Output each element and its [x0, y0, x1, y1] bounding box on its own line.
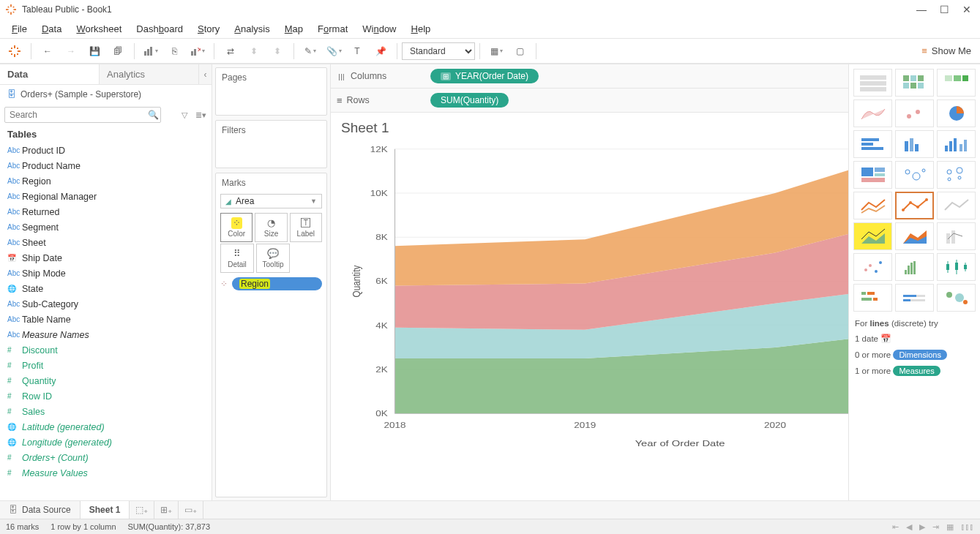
clear-button[interactable]: ✕: [187, 40, 209, 62]
data-source-tab[interactable]: 🗄Data Source: [0, 501, 81, 519]
new-datasource-button[interactable]: 🗐: [107, 40, 129, 62]
menu-story[interactable]: Story: [192, 22, 225, 36]
menu-dashboard[interactable]: Dashboard: [130, 22, 189, 36]
menu-data[interactable]: Data: [36, 22, 67, 36]
columns-pill-year[interactable]: ⊞YEAR(Order Date): [430, 69, 539, 83]
showme-thumbnail[interactable]: [853, 99, 892, 127]
search-input[interactable]: [4, 107, 161, 123]
field-item[interactable]: AbcSub-Category: [0, 296, 201, 312]
nav-first-icon[interactable]: ⇤: [892, 522, 899, 532]
field-item[interactable]: #Orders+ (Count): [0, 450, 201, 465]
showme-thumbnail[interactable]: [853, 253, 892, 281]
showme-thumbnail[interactable]: [895, 253, 934, 281]
showme-thumbnail[interactable]: [853, 161, 892, 189]
showme-thumbnail[interactable]: [937, 192, 976, 219]
field-item[interactable]: #Measure Values: [0, 465, 201, 481]
detail-button[interactable]: ⠿Detail: [220, 244, 254, 273]
collapse-pane-icon[interactable]: ‹: [198, 64, 212, 84]
color-button[interactable]: ⁘Color: [220, 213, 253, 242]
tooltip-button[interactable]: 💬Tooltip: [256, 244, 290, 273]
showme-thumbnail[interactable]: [937, 99, 976, 127]
field-item[interactable]: #Discount: [0, 342, 201, 358]
sheet1-tab[interactable]: Sheet 1: [81, 501, 130, 519]
color-region-pill[interactable]: ⁘ Region: [220, 277, 322, 290]
nav-last-icon[interactable]: ⇥: [932, 522, 939, 532]
menu-worksheet[interactable]: Worksheet: [70, 22, 127, 36]
menu-window[interactable]: Window: [356, 22, 402, 36]
showme-thumbnail[interactable]: [853, 222, 892, 250]
field-item[interactable]: 🌐Longitude (generated): [0, 435, 201, 450]
minimize-icon[interactable]: —: [916, 4, 927, 15]
field-item[interactable]: AbcRegional Manager: [0, 189, 201, 204]
datasource-row[interactable]: 🗄 Orders+ (Sample - Superstore): [0, 85, 212, 104]
save-button[interactable]: 💾: [83, 40, 105, 62]
new-dashboard-tab[interactable]: ⊞₊: [154, 501, 179, 519]
showme-thumbnail[interactable]: [853, 192, 892, 219]
field-item[interactable]: AbcRegion: [0, 173, 201, 189]
field-item[interactable]: 🌐Latitude (generated): [0, 419, 201, 435]
field-item[interactable]: #Row ID: [0, 388, 201, 404]
menu-format[interactable]: Format: [312, 22, 354, 36]
maximize-icon[interactable]: ☐: [940, 4, 949, 15]
presentation-button[interactable]: ▢: [509, 40, 531, 62]
back-button[interactable]: ←: [37, 40, 59, 62]
showme-thumbnail[interactable]: [937, 222, 976, 250]
label-button[interactable]: 🅃Label: [290, 213, 322, 242]
field-item[interactable]: #Profit: [0, 358, 201, 373]
duplicate-button[interactable]: ⎘: [163, 40, 185, 62]
showme-thumbnail[interactable]: [937, 253, 976, 281]
rows-pill-sum-quantity[interactable]: SUM(Quantity): [430, 93, 509, 108]
field-item[interactable]: AbcSegment: [0, 219, 201, 235]
showme-thumbnail[interactable]: [895, 284, 934, 312]
new-worksheet-button[interactable]: [140, 40, 162, 62]
field-item[interactable]: 📅Ship Date: [0, 250, 201, 266]
pages-shelf[interactable]: Pages: [215, 67, 327, 116]
menu-map[interactable]: Map: [279, 22, 309, 36]
highlight-button[interactable]: ✎: [299, 40, 321, 62]
close-icon[interactable]: ✕: [962, 4, 971, 15]
showme-thumbnail[interactable]: [895, 192, 934, 219]
new-story-tab[interactable]: ▭₊: [179, 501, 203, 519]
pin-button[interactable]: 📌: [370, 40, 392, 62]
filter-icon[interactable]: ▽: [178, 108, 191, 121]
show-labels-button[interactable]: T: [346, 40, 368, 62]
showme-thumbnail[interactable]: [895, 130, 934, 158]
grid-view-icon[interactable]: ▦: [946, 522, 954, 532]
filters-shelf[interactable]: Filters: [215, 120, 327, 168]
fit-dropdown[interactable]: Standard: [402, 42, 475, 60]
showme-thumbnail[interactable]: [853, 284, 892, 312]
showme-thumbnail[interactable]: [937, 284, 976, 312]
showme-thumbnail[interactable]: [853, 69, 892, 97]
plus-icon[interactable]: ⊞: [441, 72, 451, 80]
showme-thumbnail[interactable]: [895, 222, 934, 250]
field-item[interactable]: AbcSheet: [0, 235, 201, 250]
sort-asc-button[interactable]: ⬍: [243, 40, 265, 62]
new-worksheet-tab[interactable]: ⬚₊: [130, 501, 154, 519]
show-me-button[interactable]: ≡ Show Me: [916, 45, 977, 56]
showme-thumbnail[interactable]: [895, 69, 934, 97]
menu-help[interactable]: Help: [405, 22, 437, 36]
showme-thumbnail[interactable]: [895, 161, 934, 189]
field-item[interactable]: AbcProduct Name: [0, 158, 201, 173]
view-list-icon[interactable]: ≣▾: [194, 108, 207, 121]
field-item[interactable]: AbcMeasure Names: [0, 327, 201, 342]
showme-thumbnail[interactable]: [895, 99, 934, 127]
field-list[interactable]: AbcProduct IDAbcProduct NameAbcRegionAbc…: [0, 143, 212, 500]
filmstrip-icon[interactable]: ⫿⫿⫿: [961, 522, 974, 532]
data-tab[interactable]: Data: [0, 64, 99, 84]
showme-thumbnail[interactable]: [937, 69, 976, 97]
swap-button[interactable]: ⇄: [220, 40, 242, 62]
cards-button[interactable]: ▦: [485, 40, 507, 62]
sort-desc-button[interactable]: ⬍: [266, 40, 288, 62]
group-button[interactable]: 📎: [323, 40, 345, 62]
tableau-icon[interactable]: [4, 40, 26, 62]
mark-type-dropdown[interactable]: ◢ Area ▼: [220, 194, 322, 208]
nav-next-icon[interactable]: ▶: [919, 522, 925, 532]
field-item[interactable]: AbcShip Mode: [0, 266, 201, 281]
nav-prev-icon[interactable]: ◀: [906, 522, 912, 532]
showme-thumbnail[interactable]: [853, 130, 892, 158]
field-item[interactable]: AbcTable Name: [0, 312, 201, 327]
field-item[interactable]: #Quantity: [0, 373, 201, 388]
showme-thumbnail[interactable]: [937, 161, 976, 189]
field-item[interactable]: #Sales: [0, 404, 201, 419]
